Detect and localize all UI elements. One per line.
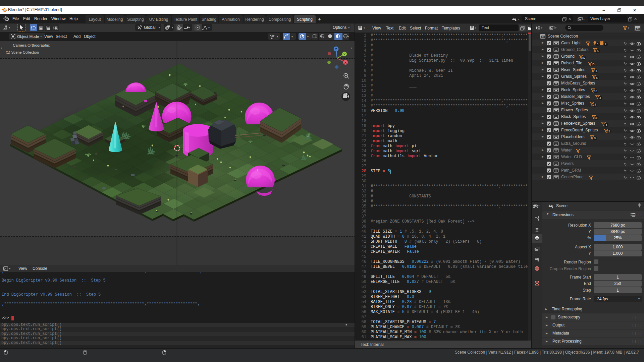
svg-text:X: X: [344, 61, 346, 64]
svg-text:‹: ‹: [351, 46, 352, 50]
svg-text:Z: Z: [335, 48, 337, 51]
svg-text:Camera Orthographic: Camera Orthographic: [13, 43, 50, 47]
svg-text:(1) Scene Collection: (1) Scene Collection: [6, 50, 39, 54]
svg-text:Y: Y: [343, 53, 345, 56]
svg-text:›: ›: [1, 46, 2, 50]
